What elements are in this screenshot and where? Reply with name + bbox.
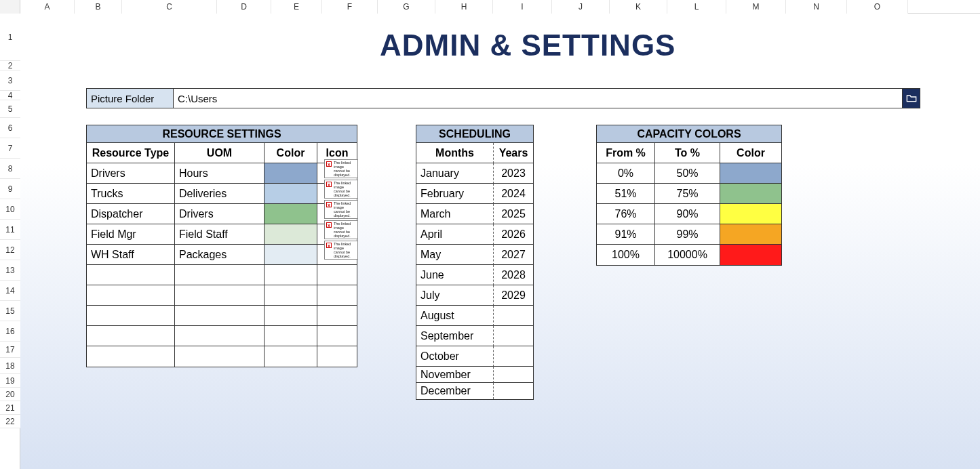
- cc-to-cell[interactable]: 99%: [655, 224, 720, 245]
- column-header-K[interactable]: K: [610, 0, 667, 14]
- column-header-B[interactable]: B: [75, 0, 122, 14]
- column-header-L[interactable]: L: [667, 0, 726, 14]
- month-cell[interactable]: May: [416, 245, 494, 265]
- row-header-9[interactable]: 9: [0, 179, 20, 199]
- rs-color-cell[interactable]: [264, 346, 317, 367]
- rs-color-cell[interactable]: [264, 326, 317, 346]
- column-header-D[interactable]: D: [217, 0, 271, 14]
- row-header-13[interactable]: 13: [0, 260, 20, 281]
- month-cell[interactable]: November: [416, 367, 494, 383]
- row-header-11[interactable]: 11: [0, 220, 20, 240]
- cc-to-cell[interactable]: 75%: [655, 184, 720, 204]
- rs-uom-cell[interactable]: [175, 285, 264, 306]
- cc-color-cell[interactable]: [720, 224, 781, 245]
- rs-type-cell[interactable]: Dispatcher: [87, 204, 175, 224]
- row-header-6[interactable]: 6: [0, 118, 20, 138]
- browse-folder-button[interactable]: [902, 89, 920, 108]
- rs-type-cell[interactable]: [87, 306, 175, 326]
- rs-color-cell[interactable]: [264, 285, 317, 306]
- rs-type-cell[interactable]: [87, 285, 175, 306]
- rs-uom-cell[interactable]: Drivers: [175, 204, 264, 224]
- month-cell[interactable]: February: [416, 184, 494, 204]
- rs-type-cell[interactable]: [87, 326, 175, 346]
- picture-folder-value[interactable]: C:\Users: [174, 89, 902, 108]
- row-header-12[interactable]: 12: [0, 240, 20, 260]
- cc-color-cell[interactable]: [720, 245, 781, 265]
- rs-icon-cell[interactable]: [317, 285, 357, 306]
- column-header-N[interactable]: N: [786, 0, 847, 14]
- row-header-18[interactable]: 18: [0, 358, 20, 374]
- column-header-I[interactable]: I: [493, 0, 552, 14]
- cc-from-cell[interactable]: 100%: [597, 245, 655, 265]
- rs-icon-cell[interactable]: [317, 346, 357, 367]
- year-cell[interactable]: [494, 367, 533, 383]
- row-header-15[interactable]: 15: [0, 301, 20, 321]
- year-cell[interactable]: 2023: [494, 163, 533, 184]
- cc-to-cell[interactable]: 10000%: [655, 245, 720, 265]
- cc-from-cell[interactable]: 76%: [597, 204, 655, 224]
- year-cell[interactable]: 2028: [494, 265, 533, 285]
- rs-color-cell[interactable]: [264, 204, 317, 224]
- column-header-M[interactable]: M: [726, 0, 786, 14]
- cc-to-cell[interactable]: 50%: [655, 163, 720, 184]
- rs-icon-cell[interactable]: [317, 306, 357, 326]
- row-header-20[interactable]: 20: [0, 388, 20, 401]
- row-header-2[interactable]: 2: [0, 61, 20, 70]
- rs-type-cell[interactable]: Drivers: [87, 163, 175, 184]
- month-cell[interactable]: September: [416, 326, 494, 346]
- month-cell[interactable]: July: [416, 285, 494, 306]
- row-header-16[interactable]: 16: [0, 321, 20, 342]
- rs-color-cell[interactable]: [264, 245, 317, 265]
- cc-from-cell[interactable]: 0%: [597, 163, 655, 184]
- row-header-21[interactable]: 21: [0, 401, 20, 415]
- month-cell[interactable]: August: [416, 306, 494, 326]
- rs-color-cell[interactable]: [264, 265, 317, 285]
- row-header-19[interactable]: 19: [0, 374, 20, 388]
- cc-color-cell[interactable]: [720, 204, 781, 224]
- rs-type-cell[interactable]: [87, 346, 175, 367]
- row-header-3[interactable]: 3: [0, 70, 20, 91]
- cc-color-cell[interactable]: [720, 163, 781, 184]
- column-header-C[interactable]: C: [122, 0, 217, 14]
- rs-uom-cell[interactable]: [175, 306, 264, 326]
- rs-type-cell[interactable]: WH Staff: [87, 245, 175, 265]
- rs-icon-cell[interactable]: [317, 326, 357, 346]
- rs-type-cell[interactable]: Trucks: [87, 184, 175, 204]
- rs-uom-cell[interactable]: Field Staff: [175, 224, 264, 245]
- cc-to-cell[interactable]: 90%: [655, 204, 720, 224]
- cc-from-cell[interactable]: 51%: [597, 184, 655, 204]
- column-header-A[interactable]: A: [20, 0, 75, 14]
- rs-uom-cell[interactable]: Packages: [175, 245, 264, 265]
- column-header-F[interactable]: F: [322, 0, 378, 14]
- column-header-E[interactable]: E: [271, 0, 322, 14]
- year-cell[interactable]: 2029: [494, 285, 533, 306]
- column-header-G[interactable]: G: [378, 0, 435, 14]
- row-header-1[interactable]: 1: [0, 14, 20, 61]
- rs-uom-cell[interactable]: [175, 346, 264, 367]
- year-cell[interactable]: [494, 346, 533, 367]
- month-cell[interactable]: January: [416, 163, 494, 184]
- year-cell[interactable]: 2027: [494, 245, 533, 265]
- month-cell[interactable]: April: [416, 224, 494, 245]
- rs-uom-cell[interactable]: Hours: [175, 163, 264, 184]
- row-header-17[interactable]: 17: [0, 342, 20, 358]
- rs-color-cell[interactable]: [264, 163, 317, 184]
- rs-uom-cell[interactable]: Deliveries: [175, 184, 264, 204]
- column-header-H[interactable]: H: [435, 0, 493, 14]
- year-cell[interactable]: 2026: [494, 224, 533, 245]
- rs-color-cell[interactable]: [264, 184, 317, 204]
- row-header-4[interactable]: 4: [0, 91, 20, 100]
- select-all-corner[interactable]: [0, 0, 20, 14]
- row-header-10[interactable]: 10: [0, 199, 20, 220]
- rs-icon-cell[interactable]: [317, 265, 357, 285]
- month-cell[interactable]: October: [416, 346, 494, 367]
- row-header-8[interactable]: 8: [0, 159, 20, 179]
- year-cell[interactable]: [494, 383, 533, 399]
- row-header-5[interactable]: 5: [0, 100, 20, 118]
- column-header-J[interactable]: J: [552, 0, 610, 14]
- row-header-7[interactable]: 7: [0, 138, 20, 159]
- rs-type-cell[interactable]: [87, 265, 175, 285]
- row-header-22[interactable]: 22: [0, 415, 20, 428]
- column-header-O[interactable]: O: [847, 0, 908, 14]
- month-cell[interactable]: June: [416, 265, 494, 285]
